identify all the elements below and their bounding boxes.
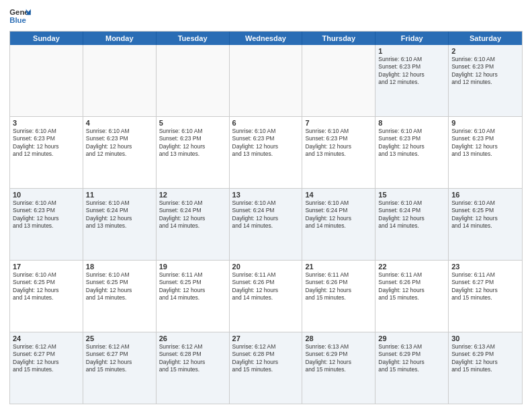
calendar-cell: 26Sunrise: 6:12 AM Sunset: 6:28 PM Dayli… [157,332,230,404]
day-number: 15 [378,191,445,199]
day-info: Sunrise: 6:10 AM Sunset: 6:23 PM Dayligh… [159,128,226,158]
day-number: 1 [378,47,445,55]
day-number: 10 [13,191,80,199]
calendar-cell: 10Sunrise: 6:10 AM Sunset: 6:23 PM Dayli… [10,189,83,260]
day-info: Sunrise: 6:13 AM Sunset: 6:29 PM Dayligh… [305,343,372,374]
day-info: Sunrise: 6:10 AM Sunset: 6:23 PM Dayligh… [378,128,445,158]
calendar-cell: 22Sunrise: 6:11 AM Sunset: 6:26 PM Dayli… [375,261,449,332]
day-info: Sunrise: 6:10 AM Sunset: 6:23 PM Dayligh… [13,199,80,230]
day-number: 30 [451,334,519,342]
day-info: Sunrise: 6:10 AM Sunset: 6:23 PM Dayligh… [305,128,372,158]
calendar-row: 10Sunrise: 6:10 AM Sunset: 6:23 PM Dayli… [10,189,522,261]
day-info: Sunrise: 6:10 AM Sunset: 6:23 PM Dayligh… [232,128,300,158]
day-info: Sunrise: 6:10 AM Sunset: 6:23 PM Dayligh… [451,56,519,87]
day-number: 2 [451,47,519,55]
day-number: 14 [305,191,372,199]
calendar-cell [157,45,230,116]
day-number: 21 [305,263,372,271]
day-number: 6 [232,119,300,127]
day-info: Sunrise: 6:10 AM Sunset: 6:25 PM Dayligh… [13,271,80,302]
day-number: 11 [86,191,153,199]
day-info: Sunrise: 6:12 AM Sunset: 6:27 PM Dayligh… [86,343,153,374]
day-info: Sunrise: 6:10 AM Sunset: 6:23 PM Dayligh… [86,128,153,158]
calendar-cell: 18Sunrise: 6:10 AM Sunset: 6:25 PM Dayli… [83,261,157,332]
day-number: 18 [86,263,153,271]
calendar-cell: 5Sunrise: 6:10 AM Sunset: 6:23 PM Daylig… [157,117,230,188]
day-info: Sunrise: 6:10 AM Sunset: 6:24 PM Dayligh… [86,199,153,230]
day-number: 8 [378,119,445,127]
calendar-cell: 29Sunrise: 6:13 AM Sunset: 6:29 PM Dayli… [375,332,449,404]
calendar-cell: 12Sunrise: 6:10 AM Sunset: 6:24 PM Dayli… [157,189,230,260]
calendar: SundayMondayTuesdayWednesdayThursdayFrid… [9,31,523,404]
day-number: 19 [159,263,226,271]
day-number: 23 [451,263,519,271]
calendar-cell: 21Sunrise: 6:11 AM Sunset: 6:26 PM Dayli… [302,261,375,332]
day-number: 29 [378,334,445,342]
calendar-cell: 28Sunrise: 6:13 AM Sunset: 6:29 PM Dayli… [302,332,375,404]
calendar-cell: 19Sunrise: 6:11 AM Sunset: 6:25 PM Dayli… [157,261,230,332]
page: General Blue SundayMondayTuesdayWednesda… [0,0,532,411]
day-number: 26 [159,334,226,342]
logo: General Blue [9,7,31,26]
calendar-cell: 6Sunrise: 6:10 AM Sunset: 6:23 PM Daylig… [230,117,303,188]
calendar-cell: 24Sunrise: 6:12 AM Sunset: 6:27 PM Dayli… [10,332,83,404]
day-info: Sunrise: 6:10 AM Sunset: 6:23 PM Dayligh… [13,128,80,158]
calendar-cell [10,45,83,116]
day-info: Sunrise: 6:12 AM Sunset: 6:28 PM Dayligh… [159,343,226,374]
calendar-cell: 3Sunrise: 6:10 AM Sunset: 6:23 PM Daylig… [10,117,83,188]
calendar-cell: 7Sunrise: 6:10 AM Sunset: 6:23 PM Daylig… [302,117,375,188]
day-info: Sunrise: 6:12 AM Sunset: 6:28 PM Dayligh… [232,343,300,374]
day-info: Sunrise: 6:13 AM Sunset: 6:29 PM Dayligh… [378,343,445,374]
calendar-cell: 2Sunrise: 6:10 AM Sunset: 6:23 PM Daylig… [449,45,522,116]
calendar-row: 3Sunrise: 6:10 AM Sunset: 6:23 PM Daylig… [10,117,522,189]
calendar-cell [230,45,303,116]
day-info: Sunrise: 6:10 AM Sunset: 6:24 PM Dayligh… [378,199,445,230]
day-number: 27 [232,334,300,342]
calendar-header: SundayMondayTuesdayWednesdayThursdayFrid… [10,32,522,45]
calendar-cell: 8Sunrise: 6:10 AM Sunset: 6:23 PM Daylig… [375,117,449,188]
day-number: 9 [451,119,519,127]
day-number: 17 [13,263,80,271]
calendar-cell: 27Sunrise: 6:12 AM Sunset: 6:28 PM Dayli… [230,332,303,404]
day-number: 28 [305,334,372,342]
day-number: 20 [232,263,300,271]
calendar-cell: 13Sunrise: 6:10 AM Sunset: 6:24 PM Dayli… [230,189,303,260]
calendar-body: 1Sunrise: 6:10 AM Sunset: 6:23 PM Daylig… [10,45,522,404]
calendar-cell: 16Sunrise: 6:10 AM Sunset: 6:25 PM Dayli… [449,189,522,260]
calendar-cell: 14Sunrise: 6:10 AM Sunset: 6:24 PM Dayli… [302,189,375,260]
day-number: 13 [232,191,300,199]
day-info: Sunrise: 6:12 AM Sunset: 6:27 PM Dayligh… [13,343,80,374]
day-info: Sunrise: 6:10 AM Sunset: 6:25 PM Dayligh… [451,199,519,230]
day-info: Sunrise: 6:10 AM Sunset: 6:24 PM Dayligh… [232,199,300,230]
day-info: Sunrise: 6:10 AM Sunset: 6:23 PM Dayligh… [378,56,445,87]
day-info: Sunrise: 6:10 AM Sunset: 6:25 PM Dayligh… [86,271,153,302]
day-number: 24 [13,334,80,342]
calendar-cell: 25Sunrise: 6:12 AM Sunset: 6:27 PM Dayli… [83,332,157,404]
day-info: Sunrise: 6:11 AM Sunset: 6:25 PM Dayligh… [159,271,226,302]
day-number: 7 [305,119,372,127]
day-info: Sunrise: 6:11 AM Sunset: 6:27 PM Dayligh… [451,271,519,302]
day-number: 22 [378,263,445,271]
calendar-cell [83,45,157,116]
day-info: Sunrise: 6:11 AM Sunset: 6:26 PM Dayligh… [378,271,445,302]
day-number: 12 [159,191,226,199]
calendar-row: 1Sunrise: 6:10 AM Sunset: 6:23 PM Daylig… [10,45,522,117]
calendar-cell: 1Sunrise: 6:10 AM Sunset: 6:23 PM Daylig… [375,45,449,116]
day-info: Sunrise: 6:10 AM Sunset: 6:23 PM Dayligh… [451,128,519,158]
calendar-row: 17Sunrise: 6:10 AM Sunset: 6:25 PM Dayli… [10,261,522,332]
weekday-header: Tuesday [157,32,230,45]
calendar-cell: 9Sunrise: 6:10 AM Sunset: 6:23 PM Daylig… [449,117,522,188]
logo-icon: General Blue [9,7,31,26]
calendar-cell: 15Sunrise: 6:10 AM Sunset: 6:24 PM Dayli… [375,189,449,260]
calendar-cell: 4Sunrise: 6:10 AM Sunset: 6:23 PM Daylig… [83,117,157,188]
calendar-cell: 20Sunrise: 6:11 AM Sunset: 6:26 PM Dayli… [230,261,303,332]
calendar-cell: 30Sunrise: 6:13 AM Sunset: 6:29 PM Dayli… [449,332,522,404]
weekday-header: Thursday [302,32,375,45]
weekday-header: Saturday [449,32,522,45]
header: General Blue [9,7,523,26]
weekday-header: Friday [375,32,449,45]
day-info: Sunrise: 6:10 AM Sunset: 6:24 PM Dayligh… [159,199,226,230]
day-info: Sunrise: 6:13 AM Sunset: 6:29 PM Dayligh… [451,343,519,374]
calendar-cell: 11Sunrise: 6:10 AM Sunset: 6:24 PM Dayli… [83,189,157,260]
weekday-header: Wednesday [230,32,303,45]
